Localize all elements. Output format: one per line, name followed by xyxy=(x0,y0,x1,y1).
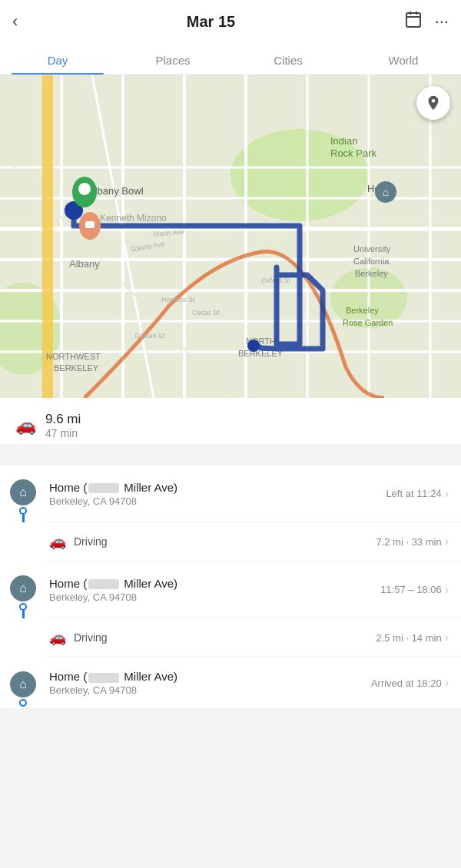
timeline-place-2: ⌂ Home ( Miller Ave) Berkeley, CA 94708 … xyxy=(0,562,461,618)
place-1-name: Home ( Miller Ave) xyxy=(49,481,177,494)
svg-text:Cedar St: Cedar St xyxy=(192,309,220,316)
tab-cities[interactable]: Cities xyxy=(230,43,346,75)
driving-1-content[interactable]: 🚗 Driving 7.2 mi · 33 min › xyxy=(46,522,461,562)
back-button[interactable]: ‹ xyxy=(12,12,18,31)
map-location-button[interactable] xyxy=(416,86,450,120)
svg-text:Albany: Albany xyxy=(69,258,100,270)
driving-car-icon-2: 🚗 xyxy=(49,629,66,646)
svg-text:Indian: Indian xyxy=(330,135,357,147)
timeline-dot-2 xyxy=(19,603,27,611)
car-icon: 🚗 xyxy=(15,416,36,436)
driving-2-content[interactable]: 🚗 Driving 2.5 mi · 14 min › xyxy=(46,618,461,658)
header: ‹ Mar 15 ··· xyxy=(0,0,461,43)
svg-point-48 xyxy=(78,183,91,195)
timeline-left-1: ⌂ xyxy=(0,465,46,522)
map-view[interactable]: Albany NORTHWEST BERKELEY NORTH BERKELEY… xyxy=(0,75,461,398)
timeline-left-3: ⌂ xyxy=(0,658,46,708)
chevron-icon-1: › xyxy=(445,487,449,501)
chevron-icon-2: › xyxy=(445,583,449,597)
chevron-driving-2: › xyxy=(445,631,449,644)
chevron-driving-1: › xyxy=(445,535,449,548)
svg-text:Berkeley: Berkeley xyxy=(346,306,379,315)
timeline-dot-1 xyxy=(19,507,27,515)
driving-segment-2: 🚗 Driving 2.5 mi · 14 min › xyxy=(0,618,461,658)
place-1-addr: Berkeley, CA 94708 xyxy=(49,495,177,507)
total-duration: 47 min xyxy=(45,427,81,439)
svg-text:California: California xyxy=(353,257,390,266)
trip-stats: 🚗 9.6 mi 47 min xyxy=(0,398,461,444)
tab-world[interactable]: World xyxy=(346,43,461,75)
tab-day[interactable]: Day xyxy=(0,43,115,75)
place-2-name: Home ( Miller Ave) xyxy=(49,577,177,590)
driving-segment-1: 🚗 Driving 7.2 mi · 33 min › xyxy=(0,522,461,562)
driving-1-stats: 7.2 mi · 33 min › xyxy=(376,535,449,548)
stats-details: 9.6 mi 47 min xyxy=(45,412,81,439)
more-icon[interactable]: ··· xyxy=(435,12,449,31)
svg-text:Rock Park: Rock Park xyxy=(330,147,376,159)
svg-text:University: University xyxy=(353,244,391,253)
redacted-text-1 xyxy=(88,483,119,493)
home-icon-2: ⌂ xyxy=(10,575,36,601)
svg-text:⌂: ⌂ xyxy=(383,186,389,198)
svg-text:Rose Garden: Rose Garden xyxy=(343,318,393,327)
tab-bar: Day Places Cities World xyxy=(0,43,461,75)
place-3-addr: Berkeley, CA 94708 xyxy=(49,684,177,696)
redacted-text-3 xyxy=(88,673,119,683)
svg-point-54 xyxy=(247,340,260,352)
home-icon-3: ⌂ xyxy=(10,671,36,697)
driving-car-icon-1: 🚗 xyxy=(49,533,66,550)
total-distance: 9.6 mi xyxy=(45,412,81,427)
place-3-time: Arrived at 18:20 › xyxy=(371,676,449,690)
driving-2-stats: 2.5 mi · 14 min › xyxy=(376,631,449,644)
svg-text:NORTHWEST: NORTHWEST xyxy=(46,352,101,361)
calendar-icon[interactable] xyxy=(404,10,423,33)
svg-rect-4 xyxy=(0,75,461,398)
svg-rect-0 xyxy=(406,13,420,27)
place-1-content[interactable]: Home ( Miller Ave) Berkeley, CA 94708 Le… xyxy=(46,465,461,522)
timeline-line-2 xyxy=(22,611,25,618)
home-icon-1: ⌂ xyxy=(10,479,36,505)
place-3-name: Home ( Miller Ave) xyxy=(49,670,177,683)
header-actions: ··· xyxy=(404,10,449,33)
chevron-icon-3: › xyxy=(445,676,449,690)
svg-point-55 xyxy=(432,99,436,103)
driving-1-label: 🚗 Driving xyxy=(49,533,108,550)
redacted-text-2 xyxy=(88,579,119,589)
timeline: ⌂ Home ( Miller Ave) Berkeley, CA 94708 … xyxy=(0,453,461,708)
svg-rect-51 xyxy=(85,221,95,228)
place-2-time: 11:57 – 18:06 › xyxy=(380,583,449,597)
svg-text:Berkeley: Berkeley xyxy=(355,269,388,278)
svg-text:BERKELEY: BERKELEY xyxy=(54,363,99,373)
tab-places[interactable]: Places xyxy=(115,43,230,75)
timeline-place-1: ⌂ Home ( Miller Ave) Berkeley, CA 94708 … xyxy=(0,465,461,522)
timeline-dot-3 xyxy=(19,699,27,707)
place-1-time: Left at 11:24 › xyxy=(386,487,449,501)
header-title: Mar 15 xyxy=(187,13,235,31)
place-3-content[interactable]: Home ( Miller Ave) Berkeley, CA 94708 Ar… xyxy=(46,658,461,708)
svg-rect-24 xyxy=(42,75,53,398)
timeline-left-2: ⌂ xyxy=(0,562,46,618)
svg-point-49 xyxy=(82,200,87,205)
driving-2-label: 🚗 Driving xyxy=(49,629,108,646)
svg-text:Gilman St: Gilman St xyxy=(134,332,165,340)
timeline-line-1 xyxy=(22,515,25,522)
place-2-content[interactable]: Home ( Miller Ave) Berkeley, CA 94708 11… xyxy=(46,562,461,618)
svg-text:Kenneth Mizono: Kenneth Mizono xyxy=(100,213,167,224)
place-2-addr: Berkeley, CA 94708 xyxy=(49,591,177,603)
timeline-place-3: ⌂ Home ( Miller Ave) Berkeley, CA 94708 … xyxy=(0,658,461,708)
svg-text:Hopkins St: Hopkins St xyxy=(161,296,195,303)
